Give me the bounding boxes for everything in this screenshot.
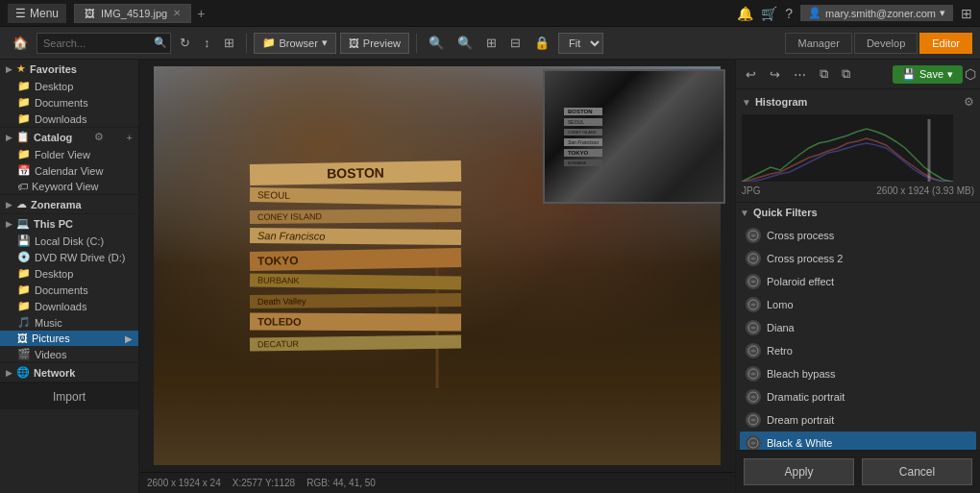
sidebar-item-keyword-view[interactable]: 🏷 Keyword View [0, 179, 138, 194]
active-tab[interactable]: 🖼 IMG_4519.jpg ✕ [74, 4, 191, 23]
menu-icon: ☰ [15, 7, 26, 20]
filter-item-bw[interactable]: Black & White [740, 431, 976, 450]
sidebar-item-videos[interactable]: 🎬 Videos [0, 346, 138, 362]
histogram-settings-icon[interactable]: ⚙ [964, 95, 974, 109]
menu-button[interactable]: ☰ Menu [8, 4, 66, 23]
catalog-chevron: ▶ [6, 133, 12, 142]
image-dimensions: 2600 x 1924 x 24 [147, 478, 221, 488]
catalog-add-icon[interactable]: + [127, 132, 133, 143]
filter-label-dream: Dream portrait [767, 414, 834, 426]
copy-button[interactable]: ⧉ [814, 63, 834, 85]
sidebar-item-music[interactable]: 🎵 Music [0, 314, 138, 331]
redo-button[interactable]: ↪ [764, 64, 786, 85]
tab-add-button[interactable]: + [193, 6, 208, 21]
grid-button[interactable]: ⊞ [481, 31, 502, 56]
filter-icon-dramatic [746, 389, 761, 405]
sidebar-item-folder-view[interactable]: 📁 Folder View [0, 146, 138, 162]
sidebar-item-calendar-view[interactable]: 📅 Calendar View [0, 162, 138, 179]
more-button[interactable]: ⋯ [788, 64, 812, 85]
filter-icon-retro [746, 343, 761, 358]
sidebar-item-desktop2[interactable]: 📁 Desktop [0, 265, 138, 282]
filter-icon-dream [746, 412, 761, 428]
browser-dropdown-icon: ▾ [322, 37, 328, 49]
desktop-icon: 📁 [17, 267, 31, 280]
browser-button[interactable]: 📁 Browser ▾ [254, 33, 336, 54]
keyword-icon: 🏷 [17, 181, 28, 192]
home-button[interactable]: 🏠 [8, 31, 33, 56]
filter-item-lomo[interactable]: Lomo [740, 293, 976, 316]
sidebar-item-pictures[interactable]: 🖼 Pictures ▶ [0, 331, 138, 346]
view-button[interactable]: ⊞ [219, 31, 239, 56]
favorites-chevron: ▶ [6, 64, 12, 74]
filter-label-cross_process2: Cross process 2 [767, 253, 843, 264]
zoom-out-button[interactable]: 🔍 [424, 31, 449, 56]
develop-tab[interactable]: Develop [854, 33, 918, 54]
fit-select[interactable]: Fit [558, 33, 603, 54]
filter-icon-bw [746, 435, 761, 450]
editor-tab[interactable]: Editor [919, 33, 972, 54]
filters-toggle[interactable]: ▼ [740, 208, 749, 218]
cart-icon[interactable]: 🛒 [761, 6, 777, 21]
import-button[interactable]: Import [53, 390, 86, 404]
filter-item-cross_process2[interactable]: Cross process 2 [740, 247, 976, 270]
main-area: ▶ ★ Favorites 📁 Desktop 📁 Documents 📁 Do… [0, 60, 980, 493]
grid2-button[interactable]: ⊟ [505, 31, 526, 56]
histogram-toggle[interactable]: ▼ [742, 97, 751, 108]
window-icon[interactable]: ⊞ [961, 6, 972, 21]
user-button[interactable]: 👤 mary.smith@zoner.com ▾ [800, 5, 953, 21]
save-dropdown-icon: ▾ [947, 68, 953, 81]
search-input[interactable] [37, 33, 171, 54]
sidebar-item-documents[interactable]: 📁 Documents [0, 94, 138, 111]
sidebar-item-dvd-drive[interactable]: 💿 DVD RW Drive (D:) [0, 249, 138, 265]
music-icon: 🎵 [17, 316, 31, 329]
sidebar-left: ▶ ★ Favorites 📁 Desktop 📁 Documents 📁 Do… [0, 60, 139, 493]
filter-item-cross_process[interactable]: Cross process [740, 224, 976, 247]
share-button[interactable]: ⬡ [965, 66, 976, 82]
refresh-button[interactable]: ↻ [175, 31, 195, 56]
sort-button[interactable]: ↕ [199, 31, 215, 56]
sidebar-item-downloads[interactable]: 📁 Downloads [0, 111, 138, 127]
folder-icon: 📁 [17, 80, 31, 92]
this-pc-group[interactable]: ▶ 💻 This PC [0, 214, 138, 233]
paste-button[interactable]: ⧉ [836, 63, 856, 85]
quick-filters-title: Quick Filters [753, 207, 818, 218]
catalog-settings-icon[interactable]: ⚙ [94, 131, 104, 143]
tab-close-icon[interactable]: ✕ [173, 8, 181, 18]
filter-icon-cross_process2 [746, 251, 761, 266]
lock-button[interactable]: 🔒 [529, 31, 554, 56]
sidebar-item-local-disk[interactable]: 💾 Local Disk (C:) [0, 233, 138, 249]
videos-icon: 🎬 [17, 348, 31, 360]
filter-label-dramatic: Dramatic portrait [767, 391, 845, 403]
cancel-button[interactable]: Cancel [862, 458, 972, 485]
histogram-title: Histogram [755, 96, 807, 108]
zonerama-group[interactable]: ▶ ☁ Zonerama [0, 195, 138, 213]
preview-button[interactable]: 🖼 Preview [340, 33, 409, 54]
bell-icon[interactable]: 🔔 [737, 6, 753, 21]
save-button[interactable]: 💾 Save ▾ [893, 65, 963, 84]
tab-bar: 🖼 IMG_4519.jpg ✕ + [74, 4, 729, 23]
manager-tab[interactable]: Manager [785, 33, 851, 54]
folder-view-icon: 📁 [17, 148, 31, 160]
catalog-group[interactable]: ▶ 📋 Catalog ⚙ + [0, 128, 138, 146]
bw-preview: BOSTON SEOUL CONEY ISLAND San Francisco … [545, 71, 723, 202]
zoom-in-button[interactable]: 🔍 [453, 31, 478, 56]
filter-item-retro[interactable]: Retro [740, 339, 976, 362]
filter-item-diana[interactable]: Diana [740, 316, 976, 339]
sidebar-item-documents2[interactable]: 📁 Documents [0, 282, 138, 298]
filter-item-dramatic[interactable]: Dramatic portrait [740, 385, 976, 408]
undo-button[interactable]: ↩ [740, 64, 762, 85]
favorites-group[interactable]: ▶ ★ Favorites [0, 60, 138, 78]
network-group[interactable]: ▶ 🌐 Network [0, 363, 138, 382]
apply-button[interactable]: Apply [744, 458, 854, 485]
help-icon[interactable]: ? [785, 6, 793, 21]
filter-item-bleach[interactable]: Bleach bypass [740, 362, 976, 385]
browser-icon: 📁 [262, 37, 276, 49]
sidebar-item-downloads2[interactable]: 📁 Downloads [0, 298, 138, 314]
image-area[interactable]: BOSTON SEOUL CONEY ISLAND San Francisco … [139, 60, 735, 472]
filter-item-polaroid[interactable]: Polaroid effect [740, 270, 976, 293]
separator-2 [416, 34, 417, 53]
sidebar-item-desktop[interactable]: 📁 Desktop [0, 78, 138, 94]
cursor-coords: X:2577 Y:1128 [233, 478, 295, 488]
filter-item-dream[interactable]: Dream portrait [740, 408, 976, 431]
status-bar: 2600 x 1924 x 24 X:2577 Y:1128 RGB: 44, … [139, 472, 735, 493]
